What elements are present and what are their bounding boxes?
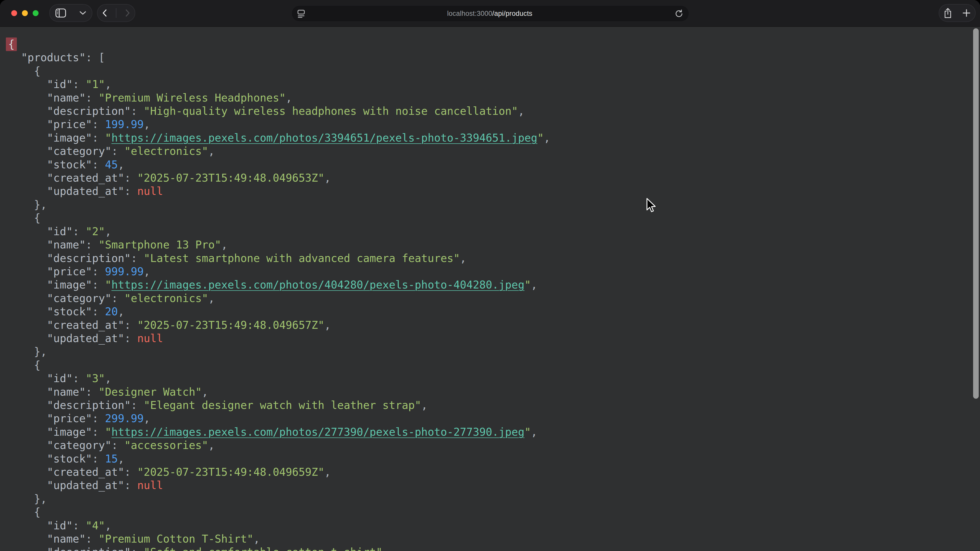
scrollbar-thumb[interactable] — [973, 28, 979, 399]
code-line: "category": "electronics", — [8, 292, 980, 305]
share-icon — [944, 8, 952, 18]
code-line: "category": "electronics", — [8, 144, 980, 158]
code-line: { — [8, 359, 980, 372]
json-body: { "products": [ { "id": "1", "name": "Pr… — [0, 27, 980, 551]
url-host: localhost:3000 — [447, 10, 492, 17]
code-line: "id": "2", — [8, 225, 980, 238]
code-line: "updated_at": null — [8, 185, 980, 198]
code-line: "products": [ — [8, 51, 980, 64]
image-url-link[interactable]: https://images.pexels.com/photos/3394651… — [111, 132, 538, 144]
new-tab-button[interactable] — [963, 5, 970, 21]
code-line: "name": "Smartphone 13 Pro", — [8, 238, 980, 251]
code-line: "name": "Premium Cotton T-Shirt", — [8, 532, 980, 546]
code-line: "price": 299.99, — [8, 412, 980, 425]
code-line: "id": "3", — [8, 372, 980, 385]
code-line: "updated_at": null — [8, 332, 980, 345]
share-button-group — [939, 4, 976, 22]
url-text: localhost:3000/api/products — [305, 10, 675, 17]
navigation-button-group — [97, 4, 135, 22]
code-line: { — [8, 38, 980, 51]
forward-button[interactable] — [125, 5, 130, 21]
code-line: "updated_at": null — [8, 479, 980, 492]
reload-icon — [675, 9, 683, 18]
sidebar-button-group — [49, 4, 92, 22]
code-line: "created_at": "2025-07-23T15:49:48.04965… — [8, 319, 980, 332]
code-line: "description": "High-quality wireless he… — [8, 105, 980, 118]
code-line: "description": "Elegant designer watch w… — [8, 399, 980, 412]
code-line: "created_at": "2025-07-23T15:49:48.04965… — [8, 171, 980, 185]
window-controls — [11, 10, 38, 16]
code-line: "category": "accessories", — [8, 439, 980, 452]
close-button[interactable] — [11, 10, 17, 16]
chevron-down-icon — [80, 11, 86, 15]
share-button[interactable] — [944, 5, 952, 21]
address-bar[interactable]: localhost:3000/api/products — [291, 5, 689, 22]
code-line: "price": 199.99, — [8, 118, 980, 131]
code-line: }, — [8, 492, 980, 506]
code-line: "description": "Soft and comfortable cot… — [8, 546, 980, 551]
nav-divider — [116, 8, 116, 18]
code-line: "name": "Premium Wireless Headphones", — [8, 91, 980, 105]
code-line: "image": "https://images.pexels.com/phot… — [8, 278, 980, 292]
code-line: { — [8, 65, 980, 78]
code-line: }, — [8, 198, 980, 211]
code-line: "price": 999.99, — [8, 265, 980, 278]
image-url-link[interactable]: https://images.pexels.com/photos/404280/… — [111, 279, 525, 291]
code-line: "image": "https://images.pexels.com/phot… — [8, 131, 980, 144]
fullscreen-button[interactable] — [33, 10, 38, 16]
reload-button[interactable] — [675, 9, 683, 18]
json-viewer: { "products": [ { "id": "1", "name": "Pr… — [0, 27, 980, 551]
code-line: "stock": 15, — [8, 452, 980, 465]
back-button[interactable] — [102, 5, 107, 21]
code-line: "stock": 20, — [8, 305, 980, 318]
plus-icon — [963, 9, 970, 17]
sidebar-icon — [56, 8, 66, 17]
code-line: }, — [8, 345, 980, 359]
code-line: "id": "4", — [8, 519, 980, 532]
code-line: { — [8, 211, 980, 225]
page-settings-icon — [298, 9, 305, 18]
code-line: "name": "Designer Watch", — [8, 386, 980, 399]
page-settings-button[interactable] — [298, 9, 305, 18]
tab-group-menu-button[interactable] — [80, 5, 86, 21]
code-line: "image": "https://images.pexels.com/phot… — [8, 426, 980, 439]
url-path: /api/products — [492, 10, 532, 17]
code-line: "stock": 45, — [8, 158, 980, 171]
code-line: { — [8, 506, 980, 519]
browser-window: localhost:3000/api/products — [0, 0, 980, 551]
image-url-link[interactable]: https://images.pexels.com/photos/277390/… — [111, 426, 525, 438]
chevron-right-icon — [125, 9, 130, 17]
code-line: "created_at": "2025-07-23T15:49:48.04965… — [8, 465, 980, 479]
code-line: "description": "Latest smartphone with a… — [8, 252, 980, 265]
sidebar-toggle-button[interactable] — [56, 5, 66, 21]
minimize-button[interactable] — [22, 10, 28, 16]
code-line: "id": "1", — [8, 78, 980, 91]
toolbar: localhost:3000/api/products — [0, 0, 980, 27]
chevron-left-icon — [102, 9, 107, 17]
